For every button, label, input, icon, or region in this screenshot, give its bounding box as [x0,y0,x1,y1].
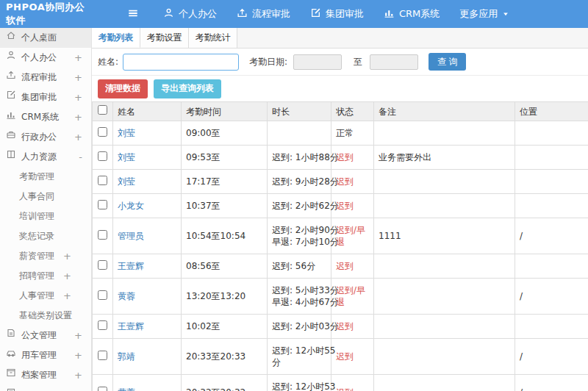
table-row: 刘莹 09:00至 正常 [93,121,588,146]
nav-group-approval[interactable]: 集团审批 [310,7,364,21]
sidebar-item-personal-office[interactable]: 个人办公 + [0,48,91,68]
col-location: 位置 [515,102,588,121]
sidebar-item-vehicles[interactable]: 用车管理 + [0,345,91,365]
row-checkbox[interactable] [98,290,107,300]
menu-toggle-button[interactable] [127,7,143,21]
collapse-icon[interactable]: - [79,147,82,167]
to-label: 至 [354,56,362,68]
edit-icon [6,87,21,107]
expand-icon[interactable]: + [74,107,82,127]
row-checkbox[interactable] [98,351,107,360]
cell-remark [374,339,515,375]
date-to-input[interactable] [370,54,418,70]
chart-icon [6,107,21,127]
employee-link[interactable]: 黄蓉 [118,387,135,391]
select-all-checkbox[interactable] [98,105,107,115]
sidebar-item-admin-office[interactable]: 行政办公 + [0,127,91,147]
chart-icon [384,7,399,21]
sidebar-item-group-approval[interactable]: 集团审批 + [0,87,91,107]
expand-icon[interactable]: + [74,87,82,107]
row-checkbox[interactable] [98,260,107,270]
tab-attendance-list[interactable]: 考勤列表 [92,28,140,48]
sidebar-sub-recruit[interactable]: 招聘管理+ [0,266,91,286]
tab-attendance-stats[interactable]: 考勤统计 [189,28,237,48]
expand-icon[interactable]: + [63,286,71,306]
expand-icon[interactable]: + [63,266,71,286]
expand-icon[interactable]: + [74,385,82,391]
row-checkbox[interactable] [98,176,107,185]
sidebar-sub-training[interactable]: 培训管理 [0,207,91,226]
expand-icon[interactable]: + [63,306,71,326]
sidebar-item-archives[interactable]: 档案管理 + [0,365,91,385]
employee-link[interactable]: 刘莹 [118,128,135,138]
sidebar-item-projects[interactable]: 项目管理 + [0,385,91,391]
expand-icon[interactable]: + [74,127,82,147]
employee-link[interactable]: 王壹辉 [118,321,144,331]
sidebar-item-hr[interactable]: 人力资源 - [0,147,91,167]
status-badge: 迟到 [336,201,354,211]
status-badge: 迟到 [336,351,354,362]
nav-personal-office[interactable]: 个人办公 [163,7,217,21]
nav-crm-system[interactable]: CRM系统 [384,7,440,21]
expand-icon[interactable]: + [63,246,71,266]
sidebar-sub-rewards[interactable]: 奖惩记录 [0,226,91,246]
home-icon [6,28,21,48]
tab-bar: 考勤列表 考勤设置 考勤统计 [92,28,588,49]
user-icon [163,7,179,21]
expand-icon[interactable]: + [74,326,82,345]
action-toolbar: 清理数据 导出查询列表 [92,76,588,101]
col-remark: 备注 [374,102,515,121]
tab-attendance-settings[interactable]: 考勤设置 [140,28,189,48]
expand-icon[interactable]: + [74,48,82,68]
employee-link[interactable]: 刘莹 [118,176,135,187]
top-bar: PHPOA协同办公软件 个人办公 流程审批 集团审批 CRM系统 更多应用 [0,0,588,28]
search-button[interactable]: 查 询 [429,53,466,71]
row-checkbox[interactable] [98,200,107,209]
cell-location: / [515,375,588,391]
row-checkbox[interactable] [98,387,107,391]
sidebar-item-workflow-approval[interactable]: 流程审批 + [0,68,91,87]
cell-location [515,146,588,170]
cell-time: 13:20至13:20 [182,279,268,315]
name-label: 姓名: [98,56,118,68]
employee-link[interactable]: 刘莹 [118,152,135,162]
name-input[interactable] [123,54,239,71]
date-from-input[interactable] [293,54,342,70]
employee-link[interactable]: 小龙女 [118,201,144,211]
sidebar-item-desktop[interactable]: 个人桌面 [0,28,91,48]
employee-link[interactable]: 黄蓉 [118,291,135,301]
sidebar-sub-hr-contract[interactable]: 人事合同 [0,187,91,207]
cell-remark [374,315,515,339]
user-icon [6,48,21,68]
employee-link[interactable]: 管理员 [118,231,144,241]
expand-icon[interactable]: + [74,365,82,385]
clean-data-button[interactable]: 清理数据 [98,79,148,98]
employee-link[interactable]: 王壹辉 [118,261,144,271]
cell-remark [374,279,515,315]
expand-icon[interactable]: + [74,345,82,365]
row-checkbox[interactable] [98,320,107,330]
row-checkbox[interactable] [98,230,107,240]
row-checkbox[interactable] [98,127,107,137]
row-checkbox[interactable] [98,151,107,161]
cell-time: 10:02至 [182,315,268,339]
sidebar-item-documents[interactable]: 公文管理 + [0,326,91,345]
status-badge: 迟到 [336,261,354,271]
sidebar-sub-base-category[interactable]: 基础类别设置+ [0,306,91,326]
table-row: 刘莹 17:17至 迟到: 9小时28分 迟到 [93,170,588,194]
table-row: 王壹辉 08:56至 迟到: 56分 迟到 [93,254,588,279]
sidebar-sub-attendance[interactable]: 考勤管理 [0,167,91,187]
cell-duration: 迟到: 1小时88分 [268,146,331,170]
status-badge: 迟到 [336,152,354,162]
expand-icon[interactable]: + [74,68,82,87]
sidebar-item-crm[interactable]: CRM系统 + [0,107,91,127]
table-row: 管理员 10:54至10:54 迟到: 2小时90分 早退: 7小时10分 迟到… [93,218,588,254]
employee-link[interactable]: 郭靖 [118,351,135,362]
project-icon [6,385,21,391]
sidebar-sub-personnel[interactable]: 人事管理+ [0,286,91,306]
nav-more-apps[interactable]: 更多应用 [459,7,514,21]
export-list-button[interactable]: 导出查询列表 [154,79,221,98]
nav-workflow-approval[interactable]: 流程审批 [237,7,290,21]
sidebar-sub-salary[interactable]: 薪资管理+ [0,246,91,266]
cell-location [515,194,588,218]
